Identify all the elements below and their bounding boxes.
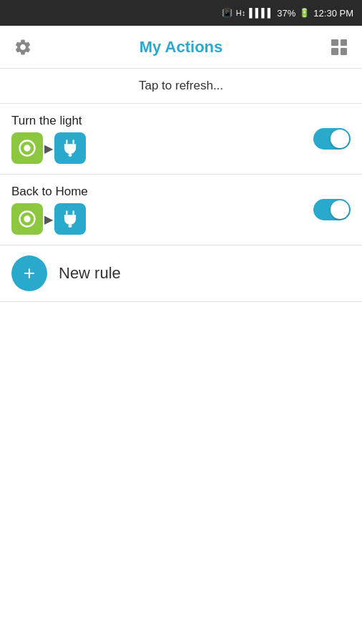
svg-rect-2: [66, 140, 67, 144]
data-icon: H↕: [236, 9, 245, 17]
refresh-text: Tap to refresh...: [139, 79, 223, 92]
gear-icon: [14, 38, 32, 57]
rule-icons: ▶: [11, 132, 86, 164]
grid-icon: [331, 39, 347, 55]
add-rule-circle: +: [11, 255, 47, 291]
rule-item[interactable]: Turn the light ▶: [0, 104, 362, 175]
rule-toggle[interactable]: [313, 128, 351, 150]
grid-view-button[interactable]: [328, 36, 351, 59]
location-pin-icon: [17, 138, 37, 158]
battery-text: 37%: [277, 8, 295, 19]
rule-left: Back to Home ▶: [11, 185, 88, 235]
rule-toggle[interactable]: [313, 199, 351, 220]
plug-icon: [60, 209, 80, 229]
action-icon: [54, 203, 86, 235]
rule-name: Back to Home: [11, 185, 88, 199]
toggle-track: [313, 128, 351, 150]
toggle-thumb: [331, 200, 349, 219]
arrow-icon: ▶: [44, 142, 53, 155]
battery-icon: 🔋: [299, 8, 310, 18]
svg-point-6: [24, 215, 30, 222]
svg-rect-9: [69, 225, 72, 228]
svg-rect-7: [66, 210, 67, 215]
plus-icon: +: [24, 263, 35, 283]
vibrate-icon: 📳: [222, 8, 233, 18]
arrow-icon: ▶: [44, 213, 53, 226]
plug-icon: [60, 138, 80, 158]
rule-left: Turn the light ▶: [11, 114, 86, 164]
refresh-bar[interactable]: Tap to refresh...: [0, 69, 362, 104]
app-bar: My Actions: [0, 26, 362, 69]
svg-rect-8: [73, 210, 74, 215]
page-title: My Actions: [34, 38, 328, 57]
location-pin-icon: [17, 209, 37, 229]
status-bar: 📳 H↕ ▌▌▌▌ 37% 🔋 12:30 PM: [0, 0, 362, 26]
rule-icons: ▶: [11, 203, 88, 235]
svg-rect-3: [73, 140, 74, 144]
toggle-track: [313, 199, 351, 220]
status-icons: 📳 H↕ ▌▌▌▌ 37% 🔋 12:30 PM: [222, 8, 353, 19]
time-text: 12:30 PM: [313, 8, 353, 19]
settings-button[interactable]: [11, 36, 34, 59]
svg-point-1: [24, 145, 30, 151]
toggle-thumb: [331, 130, 349, 148]
rule-name: Turn the light: [11, 114, 86, 128]
signal-icon: ▌▌▌▌: [249, 8, 273, 18]
new-rule-button[interactable]: + New rule: [0, 245, 362, 302]
rule-item[interactable]: Back to Home ▶: [0, 175, 362, 245]
svg-rect-4: [69, 154, 72, 157]
trigger-icon: [11, 203, 43, 235]
new-rule-label: New rule: [59, 264, 121, 283]
trigger-icon: [11, 132, 43, 164]
action-icon: [54, 132, 86, 164]
